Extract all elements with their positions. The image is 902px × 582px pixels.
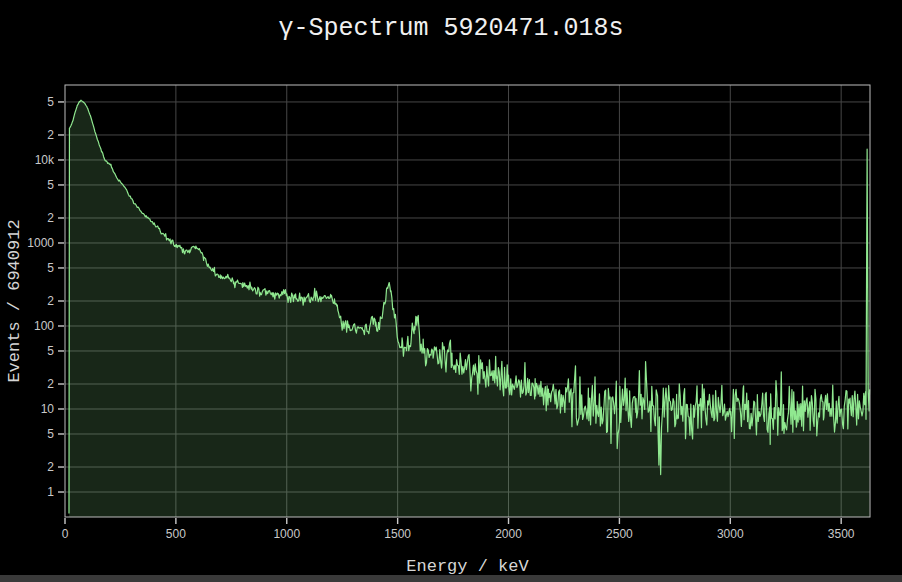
chart-title: γ-Spectrum 5920471.018s bbox=[0, 14, 902, 43]
x-tick-label: 3500 bbox=[828, 527, 855, 541]
y-tick-label: 10k bbox=[35, 153, 55, 167]
y-tick-label: 5 bbox=[47, 261, 54, 275]
gamma-spectrum-chart: 12510251002510002510k2505001000150020002… bbox=[0, 0, 902, 582]
y-tick-label: 100 bbox=[34, 319, 54, 333]
y-tick-label: 2 bbox=[47, 460, 54, 474]
y-tick-label: 1000 bbox=[27, 236, 54, 250]
x-tick-label: 1000 bbox=[273, 527, 300, 541]
y-tick-label: 2 bbox=[47, 377, 54, 391]
x-tick-label: 0 bbox=[62, 527, 69, 541]
x-tick-label: 3000 bbox=[717, 527, 744, 541]
x-axis-label: Energy / keV bbox=[65, 557, 870, 576]
horizontal-scrollbar[interactable] bbox=[0, 575, 902, 582]
y-tick-label: 1 bbox=[47, 485, 54, 499]
y-tick-label: 5 bbox=[47, 95, 54, 109]
y-tick-label: 10 bbox=[41, 402, 55, 416]
spectrum-plot-area[interactable]: 12510251002510002510k2505001000150020002… bbox=[0, 0, 902, 582]
x-tick-label: 2000 bbox=[495, 527, 522, 541]
x-tick-label: 1500 bbox=[384, 527, 411, 541]
y-tick-label: 2 bbox=[47, 128, 54, 142]
y-axis-label: Events / 6940912 bbox=[5, 219, 24, 382]
y-tick-label: 2 bbox=[47, 294, 54, 308]
y-tick-label: 2 bbox=[47, 211, 54, 225]
x-tick-label: 2500 bbox=[606, 527, 633, 541]
x-tick-label: 500 bbox=[166, 527, 186, 541]
spectrum-fill bbox=[69, 100, 870, 517]
y-tick-label: 5 bbox=[47, 427, 54, 441]
y-tick-label: 5 bbox=[47, 344, 54, 358]
y-tick-label: 5 bbox=[47, 178, 54, 192]
